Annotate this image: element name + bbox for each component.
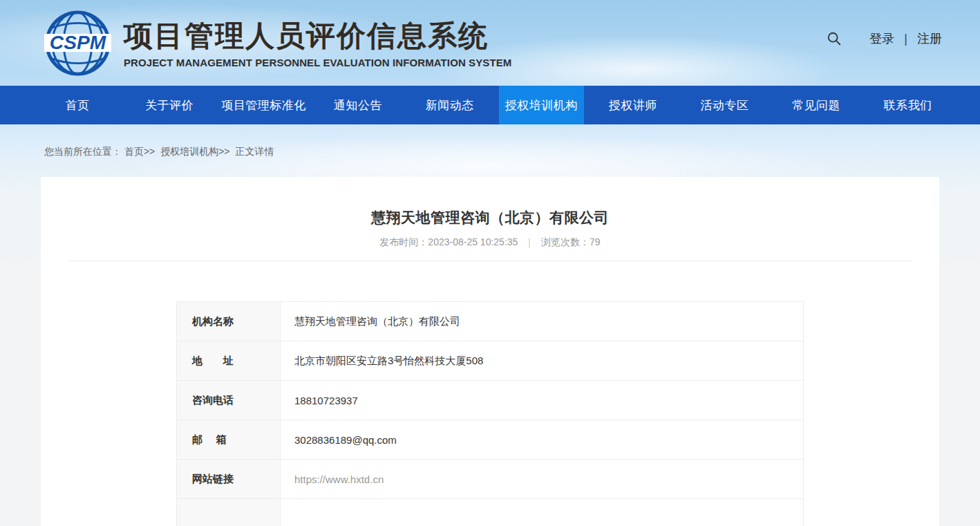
website-label: 网站链接 <box>177 460 281 499</box>
table-row-org-name: 机构名称 慧翔天地管理咨询（北京）有限公司 <box>177 302 804 341</box>
nav-link-pm-standardization[interactable]: 项目管理标准化 <box>215 86 312 124</box>
org-info-table: 机构名称 慧翔天地管理咨询（北京）有限公司 地 址 北京市朝阳区安立路3号怡然科… <box>176 301 804 526</box>
org-name-value: 慧翔天地管理咨询（北京）有限公司 <box>281 302 804 341</box>
nav-link-contact-us[interactable]: 联系我们 <box>878 86 939 124</box>
login-link[interactable]: 登录 <box>869 30 894 47</box>
nav-item-pm-standardization[interactable]: 项目管理标准化 <box>215 86 312 124</box>
breadcrumb-link-home[interactable]: 首页 <box>124 146 144 157</box>
content-card: 慧翔天地管理咨询（北京）有限公司 发布时间：2023-08-25 10:25:3… <box>41 177 939 526</box>
email-label: 邮 箱 <box>177 420 281 460</box>
website-link[interactable]: https://www.hxtd.cn <box>281 460 804 499</box>
meta-divider: ｜ <box>525 236 534 247</box>
phone-label: 咨询电话 <box>177 381 281 420</box>
address-value: 北京市朝阳区安立路3号怡然科技大厦508 <box>281 341 804 381</box>
nav-link-authorized-training-orgs[interactable]: 授权培训机构 <box>499 86 584 124</box>
breadcrumb-separator: >> <box>218 146 229 157</box>
nav-item-about-evaluation[interactable]: 关于评价 <box>124 86 216 124</box>
breadcrumb-prefix: 您当前所在位置： <box>44 146 122 157</box>
nav-item-authorized-lecturers[interactable]: 授权讲师 <box>587 86 679 124</box>
org-name-label: 机构名称 <box>177 302 281 341</box>
nav-link-authorized-lecturers[interactable]: 授权讲师 <box>603 86 663 124</box>
nav-link-activity-zone[interactable]: 活动专区 <box>694 86 755 124</box>
views-label: 浏览次数： <box>541 236 590 247</box>
table-row-empty <box>177 499 804 526</box>
nav-item-authorized-training-orgs[interactable]: 授权培训机构 <box>496 86 587 124</box>
nav-link-faq[interactable]: 常见问题 <box>786 86 847 124</box>
views-value: 79 <box>590 236 601 247</box>
nav-item-contact-us[interactable]: 联系我们 <box>862 86 954 124</box>
breadcrumb-current-page: 正文详情 <box>235 146 274 157</box>
nav-link-about-evaluation[interactable]: 关于评价 <box>139 86 200 124</box>
table-row-address: 地 址 北京市朝阳区安立路3号怡然科技大厦508 <box>177 341 804 381</box>
auth-divider: | <box>904 32 907 46</box>
register-link[interactable]: 注册 <box>917 30 942 47</box>
breadcrumb-link-authorized-training-orgs[interactable]: 授权培训机构 <box>160 146 218 157</box>
breadcrumb: 您当前所在位置： 首页>> 授权培训机构>> 正文详情 <box>44 146 980 158</box>
table-row-phone: 咨询电话 18810723937 <box>177 381 804 420</box>
publish-time-value: 2023-08-25 10:25:35 <box>428 236 518 247</box>
article-meta: 发布时间：2023-08-25 10:25:35｜浏览次数：79 <box>41 236 939 249</box>
nav-item-news[interactable]: 新闻动态 <box>404 86 496 124</box>
table-row-email: 邮 箱 3028836189@qq.com <box>177 420 804 460</box>
nav-item-faq[interactable]: 常见问题 <box>771 86 863 124</box>
site-header: CSPM 项目管理人员评价信息系统 PROJECT MANAGEMENT PER… <box>0 0 980 86</box>
main-nav: 首页 关于评价 项目管理标准化 通知公告 新闻动态 授权培训机构 授权讲师 活动… <box>0 86 980 124</box>
article-title: 慧翔天地管理咨询（北京）有限公司 <box>41 208 939 227</box>
site-subtitle: PROJECT MANAGEMENT PERSONNEL EVALUATION … <box>124 57 511 68</box>
nav-link-notices[interactable]: 通知公告 <box>328 86 388 124</box>
empty-row-value <box>281 499 804 526</box>
phone-value: 18810723937 <box>281 381 804 420</box>
nav-item-home[interactable]: 首页 <box>32 86 124 124</box>
site-title: 项目管理人员评价信息系统 <box>124 20 511 52</box>
nav-link-news[interactable]: 新闻动态 <box>420 86 480 124</box>
cspm-globe-logo: CSPM <box>44 10 111 77</box>
nav-inner: 首页 关于评价 项目管理标准化 通知公告 新闻动态 授权培训机构 授权讲师 活动… <box>32 86 954 124</box>
nav-item-activity-zone[interactable]: 活动专区 <box>679 86 771 124</box>
header-right-actions: 登录 | 注册 <box>827 30 942 47</box>
publish-time-label: 发布时间： <box>379 236 428 247</box>
nav-link-home[interactable]: 首页 <box>59 86 96 124</box>
site-title-block: 项目管理人员评价信息系统 PROJECT MANAGEMENT PERSONNE… <box>124 17 511 68</box>
search-icon[interactable] <box>827 31 842 46</box>
table-row-website: 网站链接 https://www.hxtd.cn <box>177 460 804 499</box>
address-label: 地 址 <box>177 341 281 381</box>
email-value: 3028836189@qq.com <box>281 420 804 460</box>
logo-cspm-text: CSPM <box>50 32 106 53</box>
title-divider-line <box>68 261 912 261</box>
breadcrumb-separator: >> <box>144 146 155 157</box>
nav-item-notices[interactable]: 通知公告 <box>312 86 404 124</box>
empty-row-label <box>177 499 281 526</box>
